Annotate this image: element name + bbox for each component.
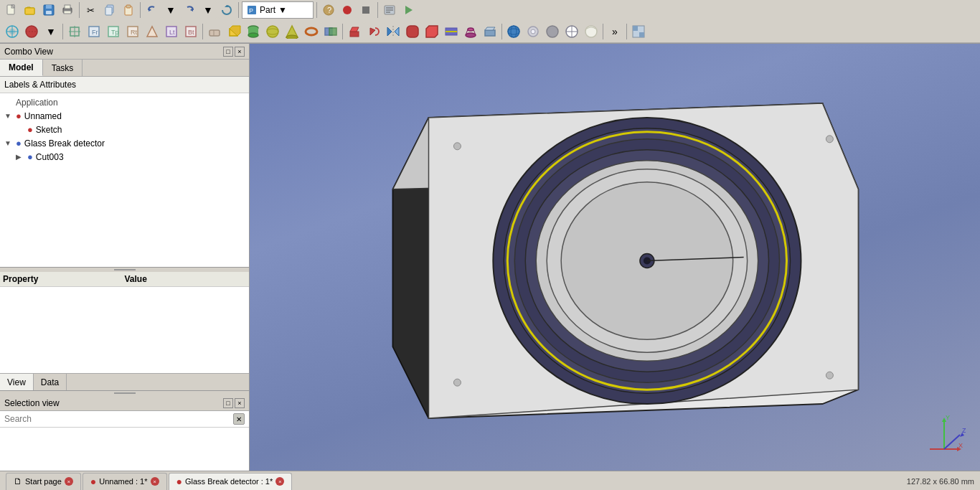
right-view-button[interactable]: Rt (123, 22, 142, 41)
search-input[interactable] (4, 414, 230, 424)
copy-button[interactable] (101, 1, 118, 19)
svg-rect-91 (639, 32, 644, 37)
svg-text:✂: ✂ (87, 5, 95, 16)
svg-text:?: ? (327, 6, 331, 14)
tab-glass-break-detector[interactable]: ● Glass Break detector : 1* × (169, 473, 293, 490)
cylinder-button[interactable] (244, 22, 263, 41)
help-button[interactable]: ? (320, 1, 337, 19)
print-button[interactable] (59, 1, 76, 19)
home-view-button[interactable] (65, 22, 84, 41)
mirror-button[interactable] (384, 22, 402, 41)
cone-button[interactable] (283, 22, 301, 41)
part-selector[interactable]: P Part ▼ (242, 1, 314, 19)
scene-3d (250, 44, 980, 471)
run-button[interactable] (400, 1, 417, 19)
tab-view[interactable]: View (0, 374, 34, 390)
model-tabs: Model Tasks (0, 60, 249, 77)
sep8 (342, 24, 343, 39)
tab-start-page-close[interactable]: × (65, 477, 73, 486)
record-button[interactable] (339, 1, 356, 19)
stop-button[interactable] (357, 1, 374, 19)
tab-data[interactable]: Data (34, 374, 67, 390)
bottom-view-button[interactable]: Bt (182, 22, 200, 41)
tab-start-page[interactable]: 🗋 Start page × (6, 473, 81, 490)
rear-view-button[interactable] (143, 22, 161, 41)
cut-button[interactable]: ✂ (83, 1, 100, 19)
tree-item-sketch[interactable]: ● Sketch (13, 123, 248, 136)
tree-item-unnamed[interactable]: ▼ ● Unnamed (1, 109, 248, 123)
sep9 (501, 24, 502, 39)
fillet-button[interactable] (403, 22, 422, 41)
selection-restore-button[interactable]: □ (223, 398, 233, 408)
search-clear-button[interactable]: ✕ (233, 413, 245, 425)
left-view-button[interactable]: Lt (162, 22, 181, 41)
box-button[interactable] (225, 22, 243, 41)
pad-button[interactable] (481, 22, 499, 41)
top-view-button[interactable]: Tp (104, 22, 123, 41)
svg-text:Lt: Lt (169, 29, 175, 36)
tab-unnamed[interactable]: ● Unnamed : 1* × (83, 473, 167, 490)
torus-button[interactable] (302, 22, 321, 41)
sphere-button[interactable] (263, 22, 282, 41)
svg-marker-78 (485, 27, 495, 30)
loft-button[interactable] (461, 22, 480, 41)
boolean-button[interactable] (321, 22, 340, 41)
new-button[interactable] (3, 1, 20, 19)
more-button[interactable]: » (606, 22, 624, 41)
texture2-button[interactable] (582, 22, 600, 41)
undo-button[interactable] (143, 1, 161, 19)
snap-button[interactable] (629, 22, 648, 41)
light-button[interactable] (524, 22, 542, 41)
chamfer-button[interactable] (423, 22, 441, 41)
svg-point-84 (547, 26, 558, 37)
tab-model[interactable]: Model (0, 60, 43, 76)
save-button[interactable] (40, 1, 57, 19)
svg-rect-5 (46, 5, 52, 9)
svg-rect-14 (126, 5, 131, 8)
panel-restore-button[interactable]: □ (223, 47, 233, 57)
svg-rect-12 (105, 7, 112, 15)
tree-item-cut003[interactable]: ▶ ● Cut003 (13, 150, 248, 164)
paste-button[interactable] (120, 1, 137, 19)
section-cut-button[interactable] (442, 22, 461, 41)
svg-rect-23 (362, 6, 369, 14)
labels-attributes-section: Labels & Attributes (0, 77, 249, 93)
panel-close-button[interactable]: × (235, 47, 245, 57)
draw-style-button[interactable] (22, 22, 41, 41)
grid-button[interactable] (562, 22, 581, 41)
revolve-button[interactable] (364, 22, 383, 41)
texture-button[interactable] (543, 22, 562, 41)
extrude-button[interactable] (345, 22, 364, 41)
selection-body (0, 428, 249, 471)
macro-editor-button[interactable] (381, 1, 398, 19)
combo-view-title: Combo View (4, 47, 53, 57)
selection-close-button[interactable]: × (235, 398, 245, 408)
eraser-button[interactable] (205, 22, 224, 41)
svg-point-73 (466, 33, 476, 37)
svg-point-60 (286, 35, 298, 39)
selection-view: Selection view □ × ✕ (0, 390, 249, 471)
svg-text:P: P (249, 7, 253, 14)
redo-button[interactable] (181, 1, 198, 19)
front-view-button[interactable]: Fr (85, 22, 103, 41)
svg-text:Z: Z (962, 427, 966, 434)
sep11 (626, 24, 627, 39)
sphere2-button[interactable] (504, 22, 523, 41)
draw-style-dropdown[interactable]: ▼ (42, 22, 60, 41)
fit-all-button[interactable] (3, 22, 22, 41)
svg-point-74 (468, 28, 473, 31)
properties-section: Property Value View Data (0, 267, 249, 390)
tree-item-glass-break-detector[interactable]: ▼ ● Glass Break detector (1, 136, 248, 150)
refresh-button[interactable] (218, 1, 235, 19)
svg-rect-8 (65, 5, 70, 9)
tab-glass-break-detector-close[interactable]: × (275, 477, 284, 486)
open-button[interactable] (22, 1, 39, 19)
svg-marker-70 (426, 26, 438, 37)
redo-dropdown-button[interactable]: ▼ (199, 1, 217, 19)
tab-unnamed-close[interactable]: × (151, 477, 159, 486)
viewport-3d[interactable]: Y X Z (250, 44, 980, 471)
tab-tasks[interactable]: Tasks (43, 60, 83, 76)
svg-rect-69 (407, 26, 418, 37)
svg-rect-6 (46, 11, 52, 14)
undo-dropdown-button[interactable]: ▼ (162, 1, 179, 19)
